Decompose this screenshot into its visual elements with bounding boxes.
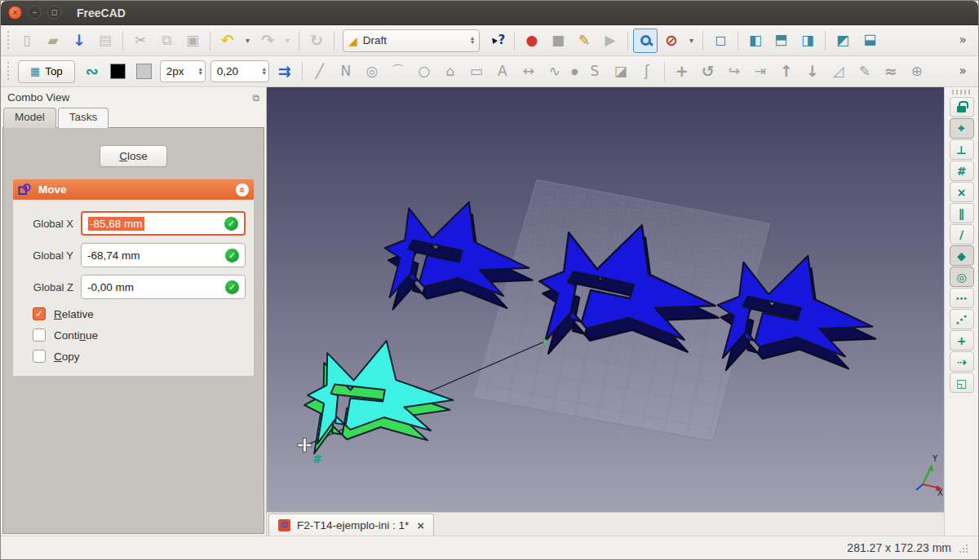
- toolbar-drag-handle[interactable]: [6, 31, 11, 51]
- draft-polygon-button[interactable]: ⌂: [438, 60, 463, 84]
- close-task-button[interactable]: Close: [100, 145, 167, 167]
- working-plane-button[interactable]: ▦ Top: [18, 60, 75, 83]
- 3d-viewport[interactable]: # Y X: [267, 87, 944, 512]
- snap-dimensions-button[interactable]: ⋯: [950, 288, 974, 308]
- view-rear-button[interactable]: ◩: [831, 29, 855, 53]
- new-file-button[interactable]: ▯: [15, 29, 39, 53]
- redo-button[interactable]: ↷: [255, 29, 280, 53]
- toolbar-overflow-button[interactable]: »: [950, 29, 975, 53]
- checkbox-box[interactable]: [33, 329, 46, 342]
- draft-downgrade-button[interactable]: ↓: [800, 60, 825, 84]
- combo-spinner-icon[interactable]: ▴▾: [471, 37, 474, 44]
- view-axonometric-button[interactable]: ◻: [708, 29, 733, 53]
- print-button[interactable]: ▤: [93, 29, 117, 53]
- snap-parallel-button[interactable]: ∥: [950, 203, 974, 223]
- draft-bspline-button[interactable]: ∿: [543, 60, 567, 84]
- snap-center-button[interactable]: ◎: [950, 267, 974, 287]
- toolbar-drag-handle[interactable]: [952, 90, 972, 95]
- snap-working-plane-button[interactable]: ◱: [950, 373, 974, 393]
- redo-dropdown-button[interactable]: ▾: [281, 29, 294, 53]
- draft-circle-button[interactable]: ◎: [360, 60, 384, 84]
- macro-run-button[interactable]: ▶: [598, 29, 622, 53]
- collapse-task-icon[interactable]: «: [236, 183, 249, 196]
- maximize-window-button[interactable]: ◻: [47, 6, 61, 20]
- line-width-spinbox[interactable]: 2px ▴▾: [160, 60, 206, 82]
- draft-point-button[interactable]: ●: [569, 60, 581, 84]
- view-top-button[interactable]: ◧: [769, 29, 794, 53]
- continue-checkbox[interactable]: Continue: [33, 329, 246, 342]
- toolbar-drag-handle[interactable]: [6, 62, 11, 82]
- close-document-icon[interactable]: ×: [417, 518, 424, 532]
- document-tab[interactable]: ⚙ F2-T14-ejemplo-ini : 1* ×: [268, 514, 434, 536]
- paste-button[interactable]: ▣: [180, 29, 205, 53]
- draft-add-point-button[interactable]: ⊕: [905, 60, 929, 84]
- draft-rectangle-button[interactable]: ▭: [464, 60, 489, 84]
- macro-edit-button[interactable]: ✎: [572, 29, 596, 53]
- face-color-swatch[interactable]: [132, 60, 157, 84]
- construction-mode-button[interactable]: ∾: [80, 60, 104, 84]
- macro-record-button[interactable]: ●: [520, 29, 544, 53]
- draft-bezier-button[interactable]: ʃ: [635, 60, 659, 84]
- spinner-icon[interactable]: ▴▾: [263, 68, 266, 75]
- snap-endpoint-button[interactable]: ⌖: [950, 118, 974, 139]
- view-bottom-button[interactable]: ◧: [857, 29, 881, 53]
- draft-wire-button[interactable]: N: [334, 60, 358, 84]
- snap-grid-button[interactable]: #: [950, 161, 974, 181]
- tab-model[interactable]: Model: [3, 108, 56, 128]
- whats-this-button[interactable]: ?: [485, 29, 509, 53]
- fit-all-button[interactable]: [633, 29, 658, 53]
- snap-perpendicular-button[interactable]: ⊥: [950, 139, 974, 160]
- draft-line-button[interactable]: ╱: [308, 60, 332, 84]
- snap-extension-button[interactable]: ⇢: [950, 351, 974, 372]
- draft-offset-button[interactable]: ↪: [722, 60, 746, 84]
- cut-button[interactable]: ✂: [128, 29, 153, 53]
- draft-edit-button[interactable]: ✎: [853, 60, 877, 84]
- title-bar[interactable]: ×–◻ FreeCAD: [1, 1, 978, 25]
- draft-move-button[interactable]: +: [670, 60, 694, 84]
- draft-scale-button[interactable]: ◿: [826, 60, 851, 84]
- snap-lock-button[interactable]: [950, 97, 974, 117]
- toolbar-overflow-button[interactable]: »: [950, 60, 975, 84]
- coordinate-input[interactable]: -85,68 mm ✓: [81, 211, 246, 236]
- minimize-window-button[interactable]: –: [28, 6, 42, 20]
- draft-facebinder-button[interactable]: ◪: [609, 60, 633, 84]
- view-right-button[interactable]: ◨: [795, 29, 820, 53]
- spinner-icon[interactable]: ▴▾: [199, 68, 202, 75]
- move-task-header[interactable]: Move «: [13, 179, 254, 200]
- tab-tasks[interactable]: Tasks: [58, 108, 109, 128]
- refresh-button[interactable]: ↻: [304, 29, 329, 53]
- workbench-selector[interactable]: ◢ Draft ▴▾: [343, 29, 480, 52]
- draft-rotate-button[interactable]: ↺: [696, 60, 720, 84]
- resize-grip[interactable]: [958, 543, 968, 553]
- draft-ellipse-button[interactable]: ○: [412, 60, 436, 84]
- draft-dimension-button[interactable]: ↔: [516, 60, 541, 84]
- draft-arc-button[interactable]: ⌒: [386, 60, 410, 84]
- snap-near-button[interactable]: ⋰: [950, 309, 974, 329]
- checkbox-box[interactable]: [33, 350, 46, 363]
- draft-wire-to-bspline-button[interactable]: ≈: [879, 60, 903, 84]
- view-dropdown-button[interactable]: ▾: [685, 29, 698, 53]
- snap-ortho-button[interactable]: +: [950, 330, 974, 351]
- line-color-swatch[interactable]: [106, 60, 131, 84]
- save-button[interactable]: ↓: [67, 29, 91, 53]
- relative-checkbox[interactable]: ✓ Relative: [33, 307, 246, 320]
- coordinate-input[interactable]: -0,00 mm ✓: [81, 275, 246, 299]
- draft-trimex-button[interactable]: ⇥: [748, 60, 773, 84]
- draft-upgrade-button[interactable]: ↑: [774, 60, 799, 84]
- draft-shapestring-button[interactable]: S: [583, 60, 607, 84]
- scale-spinbox[interactable]: 0,20 ▴▾: [210, 60, 269, 82]
- draft-text-button[interactable]: A: [490, 60, 515, 84]
- combo-view-header[interactable]: Combo View ⧉: [1, 87, 266, 108]
- snap-special-button[interactable]: ◆: [950, 245, 974, 266]
- macro-stop-button[interactable]: ■: [546, 29, 570, 53]
- float-panel-icon[interactable]: ⧉: [252, 92, 259, 104]
- copy-button[interactable]: ⧉: [154, 29, 179, 53]
- undo-button[interactable]: ↶: [215, 29, 240, 53]
- checkbox-box[interactable]: ✓: [33, 307, 46, 320]
- apply-style-button[interactable]: ⇉: [272, 60, 297, 84]
- copy-checkbox[interactable]: Copy: [33, 350, 246, 363]
- clipping-plane-button[interactable]: ⊘: [659, 29, 684, 53]
- view-front-button[interactable]: ◧: [743, 29, 768, 53]
- close-window-button[interactable]: ×: [8, 6, 22, 20]
- coordinate-input[interactable]: -68,74 mm ✓: [81, 243, 246, 267]
